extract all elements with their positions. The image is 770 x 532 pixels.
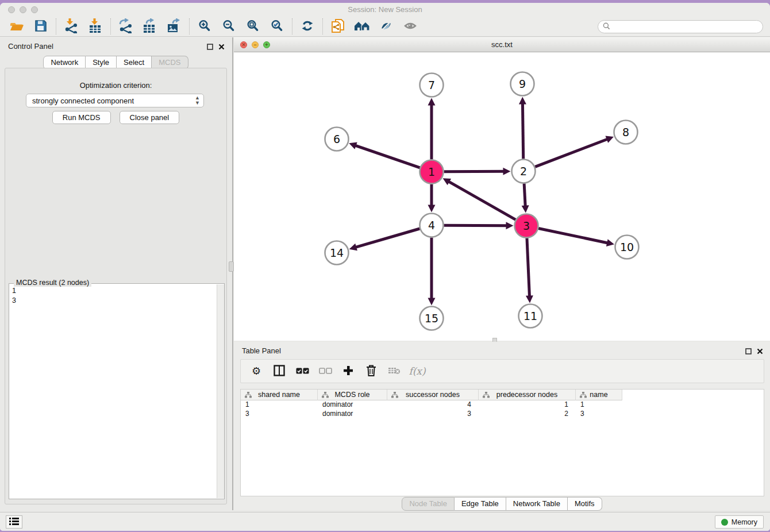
splitter-handle[interactable] xyxy=(229,261,234,272)
style-details-button[interactable] xyxy=(374,18,398,35)
refresh-view-button[interactable] xyxy=(295,18,319,35)
table-cell[interactable]: 1 xyxy=(241,400,318,410)
table-cell[interactable]: 3 xyxy=(241,410,318,419)
unselect-all-columns-button[interactable] xyxy=(318,363,333,379)
unchecked-boxes-icon xyxy=(319,367,332,376)
network-title: scc.txt xyxy=(234,40,770,49)
delete-table-icon xyxy=(388,367,401,376)
style-brush-icon xyxy=(379,19,393,34)
tab-network-table[interactable]: Network Table xyxy=(506,497,568,511)
float-panel-icon[interactable] xyxy=(207,42,213,52)
status-bar: Memory xyxy=(0,512,770,531)
toolbar-separator xyxy=(292,18,292,34)
task-history-button[interactable] xyxy=(6,515,22,529)
column-label: shared name xyxy=(258,391,300,399)
zoom-out-icon xyxy=(222,20,235,34)
duplicate-network-button[interactable] xyxy=(326,18,350,35)
float-panel-icon[interactable] xyxy=(745,346,752,357)
result-scrollbar[interactable] xyxy=(217,284,224,498)
mcds-result-text[interactable]: 1 3 xyxy=(9,285,216,499)
tab-motifs[interactable]: Motifs xyxy=(568,497,602,511)
network-canvas[interactable]: 7968124314101511 xyxy=(234,53,770,341)
edge-3-11[interactable] xyxy=(527,238,530,298)
toolbar-separator xyxy=(322,18,323,34)
table-cell[interactable]: 3 xyxy=(576,410,622,419)
homes-icon xyxy=(353,20,371,34)
export-image-icon xyxy=(166,18,182,35)
toolbar-separator xyxy=(110,18,111,34)
close-panel-button[interactable]: Close panel xyxy=(120,111,180,124)
column-header-shared-name[interactable]: shared name xyxy=(241,390,318,400)
attribute-settings-button[interactable]: ⚙ xyxy=(249,363,264,379)
select-all-columns-button[interactable] xyxy=(295,363,310,379)
node-label-9: 9 xyxy=(519,78,526,90)
edge-1-6[interactable] xyxy=(354,145,420,168)
column-layout-button[interactable] xyxy=(272,363,287,379)
node-label-11: 11 xyxy=(523,310,537,322)
refresh-icon xyxy=(301,20,314,33)
column-header-mcds-role[interactable]: MCDS role xyxy=(318,390,387,400)
export-table-button[interactable] xyxy=(138,18,162,35)
node-label-7: 7 xyxy=(428,79,435,91)
edge-1-2[interactable] xyxy=(444,171,505,172)
search-box[interactable] xyxy=(598,20,763,33)
node-label-3: 3 xyxy=(523,219,530,232)
column-header-successor-nodes[interactable]: successor nodes xyxy=(387,390,479,400)
import-network-button[interactable] xyxy=(59,18,83,35)
column-header-predecessor-nodes[interactable]: predecessor nodes xyxy=(479,390,576,400)
edge-3-1[interactable] xyxy=(447,181,515,220)
table-cell[interactable]: 1 xyxy=(576,400,622,410)
optimization-criterion-select[interactable]: strongly connected component ▲▼ xyxy=(26,94,204,107)
first-neighbors-button[interactable] xyxy=(350,18,374,35)
show-hide-details-button[interactable] xyxy=(398,18,422,35)
close-panel-icon[interactable] xyxy=(757,346,763,357)
tab-node-table[interactable]: Node Table xyxy=(402,497,455,511)
gear-icon: ⚙ xyxy=(252,366,261,376)
edge-4-14[interactable] xyxy=(354,229,419,248)
delete-table-button xyxy=(387,363,402,379)
memory-button[interactable]: Memory xyxy=(715,515,764,529)
zoom-out-button[interactable] xyxy=(217,18,241,35)
table-cell[interactable]: 4 xyxy=(387,400,479,410)
open-session-button[interactable] xyxy=(5,18,29,35)
zoom-selected-button[interactable] xyxy=(265,18,289,35)
search-input[interactable] xyxy=(613,23,763,31)
node-label-14: 14 xyxy=(330,246,344,259)
export-image-button[interactable] xyxy=(162,18,186,35)
table-panel: Table Panel ⚙ xyxy=(234,342,770,510)
table-cell[interactable]: 1 xyxy=(479,400,576,410)
export-network-button[interactable] xyxy=(114,18,138,35)
node-label-2: 2 xyxy=(520,165,527,178)
close-panel-icon[interactable] xyxy=(218,42,225,52)
search-icon xyxy=(603,22,610,32)
edge-2-8[interactable] xyxy=(535,138,609,167)
table-cell[interactable]: dominator xyxy=(318,400,387,410)
node-label-6: 6 xyxy=(333,133,340,145)
zoom-in-icon xyxy=(198,20,211,34)
column-header-name[interactable]: name xyxy=(576,390,622,400)
create-column-button[interactable] xyxy=(341,363,356,379)
node-label-15: 15 xyxy=(425,312,438,325)
panel-divider[interactable] xyxy=(232,37,233,510)
edge-2-9[interactable] xyxy=(522,102,523,159)
table-cell[interactable]: 2 xyxy=(479,410,576,419)
table-cell[interactable]: dominator xyxy=(318,410,387,419)
column-label: name xyxy=(590,391,607,399)
delete-columns-button[interactable] xyxy=(364,363,379,379)
workspace: Control Panel NetworkStyleSelectMCDS Opt… xyxy=(0,37,770,512)
edge-4-3[interactable] xyxy=(444,225,508,226)
zoom-in-button[interactable] xyxy=(192,18,217,35)
list-icon xyxy=(9,516,20,528)
tab-edge-table[interactable]: Edge Table xyxy=(455,497,506,511)
arrowhead-2-3 xyxy=(522,205,529,213)
table-cell[interactable]: 3 xyxy=(387,410,479,419)
edge-2-3[interactable] xyxy=(524,183,525,207)
table-row[interactable]: 3dominator323 xyxy=(241,410,764,419)
edge-3-10[interactable] xyxy=(538,228,609,243)
save-session-button[interactable] xyxy=(29,18,53,35)
run-mcds-button[interactable]: Run MCDS xyxy=(52,111,111,124)
zoom-fit-button[interactable] xyxy=(241,18,265,35)
import-table-button[interactable] xyxy=(83,18,107,35)
arrowhead-3-10 xyxy=(606,239,614,246)
table-row[interactable]: 1dominator411 xyxy=(241,400,764,410)
